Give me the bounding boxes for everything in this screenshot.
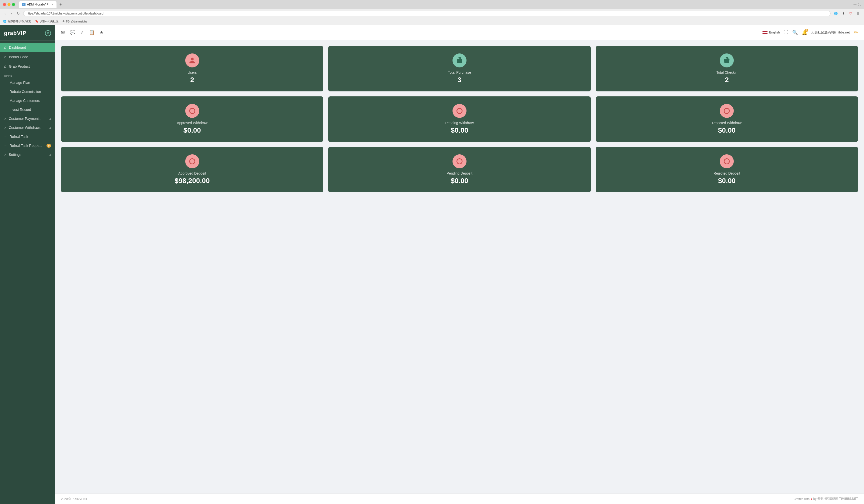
bookmark-item-1[interactable]: 🌐 程序搭建/开发/修复 <box>3 20 31 23</box>
search-icon[interactable]: 🔍 <box>792 30 798 35</box>
address-bar[interactable]: https://shuadan107.timibbs.vip/admincont… <box>23 11 830 16</box>
rebate-commission-arrow: → <box>4 90 7 94</box>
topbar-right: English ⛶ 🔍 🔔 9 天美社区源码网timibbs.net ✏ <box>763 29 858 36</box>
approved-deposit-icon-circle <box>185 154 199 168</box>
sidebar-item-settings[interactable]: ▷ Settings ∧ <box>0 150 55 159</box>
translate-icon[interactable]: 🌐 <box>832 11 839 16</box>
tab-favicon: A <box>22 3 25 6</box>
stat-card-total-purchase: Total Purchase 3 <box>328 46 590 91</box>
total-purchase-label: Total Purchase <box>448 71 471 74</box>
stats-grid: Users 2 Total Purchase 3 Total Checkin 2 <box>61 46 858 192</box>
sidebar-item-customer-withdraws[interactable]: ▷ Customer Withdraws ∧ <box>0 123 55 132</box>
bookmark-icon-3: ✈ <box>62 20 65 23</box>
close-window-button[interactable] <box>3 3 6 6</box>
sidebar-item-refrral-task-request[interactable]: → Refrral Task Reque... 0 <box>0 141 55 150</box>
stat-card-users: Users 2 <box>61 46 323 91</box>
sidebar-item-grab-product[interactable]: ⌂ Grab Product <box>0 62 55 71</box>
check-icon[interactable]: ✓ <box>80 30 84 35</box>
share-icon[interactable]: ⬆ <box>841 11 846 16</box>
bookmark-label-2: 认准->天美社区 <box>39 20 59 23</box>
browser-chrome: A ADMIN-grabVIP × + — ⛶ ‹ › ↻ https://sh… <box>0 0 864 25</box>
total-checkin-label: Total Checkin <box>716 71 737 74</box>
browser-tabs: A ADMIN-grabVIP × + <box>19 1 852 8</box>
stat-card-rejected-withdraw: Rejected Withdraw $0.00 <box>596 96 858 142</box>
bonus-code-icon: ⌂ <box>4 55 7 59</box>
pending-withdraw-icon-circle <box>453 104 467 118</box>
active-tab[interactable]: A ADMIN-grabVIP × <box>19 1 57 8</box>
approved-withdraw-label: Approved Withdraw <box>177 121 207 125</box>
main-content: ✉ 💬 ✓ 📋 ★ English ⛶ 🔍 🔔 9 天美社区源码网timib <box>55 25 864 504</box>
sidebar-item-manage-customers[interactable]: → Manage Customers <box>0 96 55 105</box>
back-button[interactable]: ‹ <box>3 11 7 16</box>
new-tab-button[interactable]: + <box>58 2 64 7</box>
stat-card-total-checkin: Total Checkin 2 <box>596 46 858 91</box>
star-icon[interactable]: ★ <box>99 30 104 35</box>
bookmark-item-2[interactable]: 🔖 认准->天美社区 <box>35 20 59 23</box>
address-text: https://shuadan107.timibbs.vip/admincont… <box>26 12 104 15</box>
browser-nav-bar: ‹ › ↻ https://shuadan107.timibbs.vip/adm… <box>0 9 864 18</box>
browser-window-controls: — ⛶ <box>853 3 861 6</box>
language-selector[interactable]: English <box>763 30 780 34</box>
sidebar-item-rebate-commission[interactable]: → Rebate Commission <box>0 87 55 96</box>
rejected-withdraw-value: $0.00 <box>718 126 735 134</box>
approved-withdraw-icon-circle <box>185 104 199 118</box>
sidebar-item-customer-payments[interactable]: ▷ Customer Payments ∧ <box>0 114 55 123</box>
bookmark-icon-2: 🔖 <box>35 20 38 23</box>
rejected-deposit-icon-circle <box>720 154 734 168</box>
stat-card-pending-withdraw: Pending Withdraw $0.00 <box>328 96 590 142</box>
settings-icon[interactable] <box>45 30 51 36</box>
sidebar-item-refrral-task[interactable]: → Refrral Task <box>0 132 55 141</box>
tab-close-button[interactable]: × <box>51 3 53 7</box>
maximize-window-button[interactable] <box>12 3 15 6</box>
sidebar-item-label-settings: Settings <box>9 152 22 157</box>
shield-icon[interactable]: 🛡 <box>848 11 854 16</box>
calendar-icon[interactable]: 📋 <box>89 30 95 35</box>
sidebar: grabVIP ⌂ Dashboard ⌂ Bonus Code ⌂ Grab … <box>0 25 55 504</box>
customer-payments-expand-icon: ▷ <box>4 117 6 120</box>
fullscreen-icon[interactable]: ⛶ <box>784 30 788 35</box>
edit-profile-icon[interactable]: ✏ <box>854 29 858 36</box>
stat-card-approved-deposit: Approved Deposit $98,200.00 <box>61 147 323 192</box>
sidebar-item-label-dashboard: Dashboard <box>9 46 26 49</box>
apps-section-label: APPS <box>0 71 55 78</box>
users-label: Users <box>188 71 197 74</box>
language-label: English <box>769 30 780 34</box>
mail-icon[interactable]: ✉ <box>61 30 65 35</box>
notification-bell-icon[interactable]: 🔔 9 <box>802 30 807 35</box>
pending-deposit-label: Pending Deposit <box>447 171 472 175</box>
forward-button[interactable]: › <box>9 11 13 16</box>
sidebar-item-manage-plan[interactable]: → Manage Plan <box>0 78 55 87</box>
customer-withdraws-expand-icon: ▷ <box>4 126 6 130</box>
settings-expand-icon: ▷ <box>4 153 6 156</box>
manage-plan-arrow: → <box>4 81 7 84</box>
grab-product-icon: ⌂ <box>4 64 7 69</box>
pending-deposit-icon-circle <box>453 154 467 168</box>
svg-point-3 <box>190 159 195 164</box>
chat-icon[interactable]: 💬 <box>70 30 75 35</box>
users-icon-circle <box>185 53 199 67</box>
sidebar-logo-text: grabVIP <box>4 30 26 36</box>
sidebar-item-bonus-code[interactable]: ⌂ Bonus Code <box>0 52 55 62</box>
rejected-withdraw-label: Rejected Withdraw <box>712 121 742 125</box>
svg-point-2 <box>724 108 730 114</box>
menu-icon[interactable]: ☰ <box>855 11 861 16</box>
refresh-button[interactable]: ↻ <box>15 11 21 16</box>
sidebar-item-dashboard[interactable]: ⌂ Dashboard <box>0 43 55 52</box>
sidebar-item-label-refrral-task-request: Refrral Task Reque... <box>10 144 42 148</box>
user-profile[interactable]: 天美社区源码网timibbs.net <box>811 30 850 35</box>
rejected-deposit-label: Rejected Deposit <box>713 171 740 175</box>
footer-right: Crafted with ♥ by 天美社区源码网 TIMIBBS.NET <box>793 497 858 501</box>
sidebar-item-invest-record[interactable]: → Invest Record <box>0 105 55 114</box>
footer-crafted-suffix: by 天美社区源码网 TIMIBBS.NET <box>813 497 858 501</box>
sidebar-item-label-customer-payments: Customer Payments <box>9 116 40 121</box>
window-minimize-icon: — <box>853 3 856 6</box>
minimize-window-button[interactable] <box>8 3 11 6</box>
window-controls <box>3 3 15 6</box>
rejected-withdraw-icon-circle <box>720 104 734 118</box>
bookmark-item-3[interactable]: ✈ TG: @tianmeibbs <box>62 20 87 23</box>
dashboard-icon: ⌂ <box>4 45 7 50</box>
sidebar-navigation: ⌂ Dashboard ⌂ Bonus Code ⌂ Grab Product … <box>0 41 55 504</box>
sidebar-item-label-customer-withdraws: Customer Withdraws <box>9 126 41 130</box>
sidebar-item-label-refrral-task: Refrral Task <box>10 135 28 139</box>
stat-card-rejected-deposit: Rejected Deposit $0.00 <box>596 147 858 192</box>
